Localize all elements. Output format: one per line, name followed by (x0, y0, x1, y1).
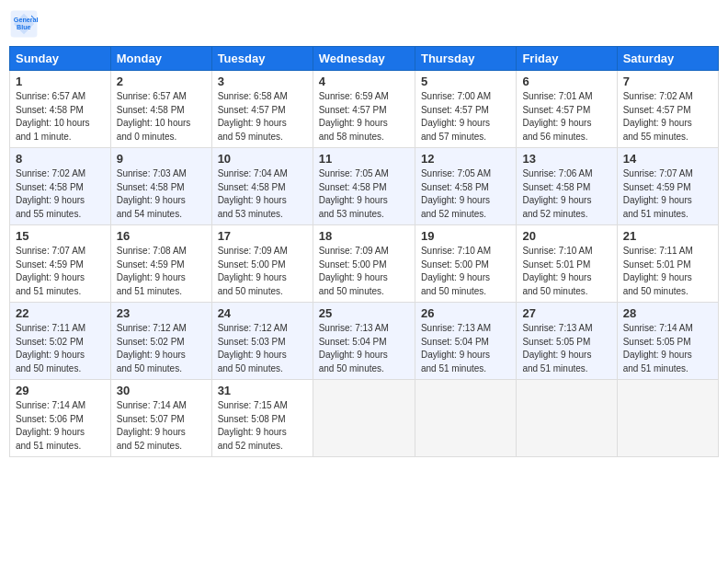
calendar-cell: 25Sunrise: 7:13 AM Sunset: 5:04 PM Dayli… (313, 303, 415, 380)
week-row-5: 29Sunrise: 7:14 AM Sunset: 5:06 PM Dayli… (10, 380, 719, 457)
calendar-cell: 7Sunrise: 7:02 AM Sunset: 4:57 PM Daylig… (617, 71, 718, 148)
calendar-cell: 26Sunrise: 7:13 AM Sunset: 5:04 PM Dayli… (415, 303, 516, 380)
day-info: Sunrise: 7:15 AM Sunset: 5:08 PM Dayligh… (218, 399, 307, 453)
day-number: 19 (421, 229, 510, 243)
weekday-header-friday: Friday (517, 47, 617, 71)
day-number: 13 (522, 152, 610, 166)
calendar-cell: 27Sunrise: 7:13 AM Sunset: 5:05 PM Dayli… (517, 303, 617, 380)
day-info: Sunrise: 7:14 AM Sunset: 5:06 PM Dayligh… (16, 399, 105, 453)
day-number: 7 (623, 75, 712, 88)
day-info: Sunrise: 6:58 AM Sunset: 4:57 PM Dayligh… (218, 90, 307, 144)
calendar-cell: 11Sunrise: 7:05 AM Sunset: 4:58 PM Dayli… (313, 148, 415, 225)
calendar-cell: 21Sunrise: 7:11 AM Sunset: 5:01 PM Dayli… (617, 225, 718, 303)
calendar-cell: 6Sunrise: 7:01 AM Sunset: 4:57 PM Daylig… (517, 71, 617, 148)
day-number: 22 (16, 306, 105, 320)
week-row-4: 22Sunrise: 7:11 AM Sunset: 5:02 PM Dayli… (10, 303, 719, 380)
calendar-cell: 16Sunrise: 7:08 AM Sunset: 4:59 PM Dayli… (110, 225, 211, 303)
day-number: 23 (117, 306, 206, 320)
day-info: Sunrise: 7:13 AM Sunset: 5:04 PM Dayligh… (421, 322, 510, 375)
day-info: Sunrise: 7:11 AM Sunset: 5:02 PM Dayligh… (16, 322, 105, 375)
day-number: 6 (522, 75, 610, 88)
day-info: Sunrise: 7:13 AM Sunset: 5:04 PM Dayligh… (319, 322, 409, 375)
day-info: Sunrise: 7:12 AM Sunset: 5:03 PM Dayligh… (218, 322, 307, 375)
weekday-header-monday: Monday (110, 47, 211, 71)
day-number: 2 (117, 75, 206, 88)
calendar-cell: 30Sunrise: 7:14 AM Sunset: 5:07 PM Dayli… (110, 380, 211, 457)
calendar-cell (415, 380, 516, 457)
day-info: Sunrise: 7:11 AM Sunset: 5:01 PM Dayligh… (623, 245, 712, 298)
page-header: General Blue (9, 9, 719, 39)
week-row-2: 8Sunrise: 7:02 AM Sunset: 4:58 PM Daylig… (10, 148, 719, 225)
calendar-cell: 8Sunrise: 7:02 AM Sunset: 4:58 PM Daylig… (10, 148, 111, 225)
day-number: 12 (421, 152, 510, 166)
calendar-cell: 1Sunrise: 6:57 AM Sunset: 4:58 PM Daylig… (10, 71, 111, 148)
calendar-cell: 13Sunrise: 7:06 AM Sunset: 4:58 PM Dayli… (517, 148, 617, 225)
day-info: Sunrise: 7:06 AM Sunset: 4:58 PM Dayligh… (522, 167, 610, 221)
day-number: 30 (117, 384, 206, 397)
day-number: 21 (623, 229, 712, 243)
weekday-header-row: SundayMondayTuesdayWednesdayThursdayFrid… (10, 47, 719, 71)
calendar-cell: 20Sunrise: 7:10 AM Sunset: 5:01 PM Dayli… (517, 225, 617, 303)
day-info: Sunrise: 7:12 AM Sunset: 5:02 PM Dayligh… (117, 322, 206, 375)
weekday-header-saturday: Saturday (617, 47, 718, 71)
calendar-cell: 24Sunrise: 7:12 AM Sunset: 5:03 PM Dayli… (211, 303, 313, 380)
day-info: Sunrise: 7:03 AM Sunset: 4:58 PM Dayligh… (117, 167, 206, 221)
day-info: Sunrise: 7:08 AM Sunset: 4:59 PM Dayligh… (117, 245, 206, 298)
day-info: Sunrise: 7:10 AM Sunset: 5:00 PM Dayligh… (421, 245, 510, 298)
week-row-1: 1Sunrise: 6:57 AM Sunset: 4:58 PM Daylig… (10, 71, 719, 148)
day-number: 15 (16, 229, 105, 243)
calendar-cell: 12Sunrise: 7:05 AM Sunset: 4:58 PM Dayli… (415, 148, 516, 225)
day-number: 1 (16, 75, 105, 88)
day-info: Sunrise: 7:02 AM Sunset: 4:58 PM Dayligh… (16, 167, 105, 221)
week-row-3: 15Sunrise: 7:07 AM Sunset: 4:59 PM Dayli… (10, 225, 719, 303)
weekday-header-thursday: Thursday (415, 47, 516, 71)
weekday-header-sunday: Sunday (10, 47, 111, 71)
day-info: Sunrise: 7:07 AM Sunset: 4:59 PM Dayligh… (16, 245, 105, 298)
weekday-header-wednesday: Wednesday (313, 47, 415, 71)
day-info: Sunrise: 7:05 AM Sunset: 4:58 PM Dayligh… (319, 167, 409, 221)
day-info: Sunrise: 7:05 AM Sunset: 4:58 PM Dayligh… (421, 167, 510, 221)
calendar-cell (313, 380, 415, 457)
day-number: 11 (319, 152, 409, 166)
svg-text:Blue: Blue (17, 23, 31, 31)
logo-icon: General Blue (9, 9, 39, 39)
calendar-cell: 28Sunrise: 7:14 AM Sunset: 5:05 PM Dayli… (617, 303, 718, 380)
day-info: Sunrise: 7:09 AM Sunset: 5:00 PM Dayligh… (218, 245, 307, 298)
day-number: 28 (623, 306, 712, 320)
calendar-cell: 2Sunrise: 6:57 AM Sunset: 4:58 PM Daylig… (110, 71, 211, 148)
day-info: Sunrise: 7:13 AM Sunset: 5:05 PM Dayligh… (522, 322, 610, 375)
calendar-cell: 19Sunrise: 7:10 AM Sunset: 5:00 PM Dayli… (415, 225, 516, 303)
day-number: 31 (218, 384, 307, 397)
day-number: 3 (218, 75, 307, 88)
day-number: 24 (218, 306, 307, 320)
day-number: 8 (16, 152, 105, 166)
day-info: Sunrise: 7:10 AM Sunset: 5:01 PM Dayligh… (522, 245, 610, 298)
day-info: Sunrise: 6:57 AM Sunset: 4:58 PM Dayligh… (117, 90, 206, 144)
logo: General Blue (9, 9, 42, 39)
day-info: Sunrise: 7:14 AM Sunset: 5:07 PM Dayligh… (117, 399, 206, 453)
weekday-header-tuesday: Tuesday (211, 47, 313, 71)
day-number: 25 (319, 306, 409, 320)
calendar-cell: 17Sunrise: 7:09 AM Sunset: 5:00 PM Dayli… (211, 225, 313, 303)
calendar-cell: 14Sunrise: 7:07 AM Sunset: 4:59 PM Dayli… (617, 148, 718, 225)
day-info: Sunrise: 7:00 AM Sunset: 4:57 PM Dayligh… (421, 90, 510, 144)
day-number: 17 (218, 229, 307, 243)
day-number: 27 (522, 306, 610, 320)
calendar-cell: 29Sunrise: 7:14 AM Sunset: 5:06 PM Dayli… (10, 380, 111, 457)
calendar-cell (517, 380, 617, 457)
calendar-cell (617, 380, 718, 457)
day-number: 16 (117, 229, 206, 243)
calendar-cell: 22Sunrise: 7:11 AM Sunset: 5:02 PM Dayli… (10, 303, 111, 380)
day-number: 14 (623, 152, 712, 166)
day-number: 18 (319, 229, 409, 243)
day-info: Sunrise: 7:14 AM Sunset: 5:05 PM Dayligh… (623, 322, 712, 375)
day-info: Sunrise: 6:59 AM Sunset: 4:57 PM Dayligh… (319, 90, 409, 144)
calendar-cell: 9Sunrise: 7:03 AM Sunset: 4:58 PM Daylig… (110, 148, 211, 225)
day-info: Sunrise: 7:02 AM Sunset: 4:57 PM Dayligh… (623, 90, 712, 144)
day-number: 4 (319, 75, 409, 88)
calendar-cell: 15Sunrise: 7:07 AM Sunset: 4:59 PM Dayli… (10, 225, 111, 303)
calendar-cell: 10Sunrise: 7:04 AM Sunset: 4:58 PM Dayli… (211, 148, 313, 225)
calendar-cell: 18Sunrise: 7:09 AM Sunset: 5:00 PM Dayli… (313, 225, 415, 303)
day-number: 5 (421, 75, 510, 88)
calendar-cell: 31Sunrise: 7:15 AM Sunset: 5:08 PM Dayli… (211, 380, 313, 457)
